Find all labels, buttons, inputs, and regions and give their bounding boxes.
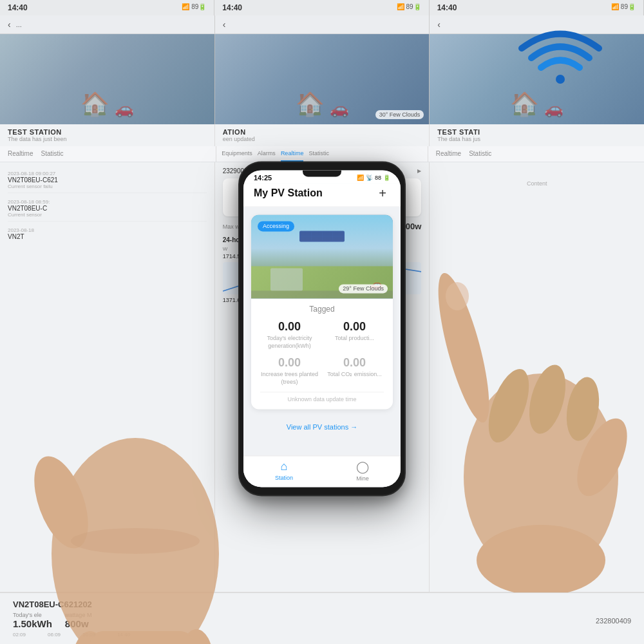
bg-tab-statistic-left[interactable]: Statistic [41,146,63,162]
bg-station-name-right: TEST STATI [437,128,636,136]
bg-station-img-center: 🏠 🚗 30° Few Clouds [215,34,430,124]
back-btn-left[interactable]: ‹ [8,19,11,30]
stat-item-electricity: 0.00 Today's electricitygeneration(kWh) [260,320,319,350]
bg-station-name-center: ATION [223,128,422,136]
bg-right-content: Content [430,162,644,592]
weather-badge: 29° Few Clouds [339,284,388,293]
bg-station-info-left: TEST STATION The data has just been [0,124,215,146]
bg-time-right: 14:40 [437,3,457,12]
station-tagged-label: Tagged [260,305,384,314]
update-time: Unknown data update time [260,392,384,402]
bg-weather-badge: 30° Few Clouds [375,110,424,119]
bg-tab-statistic-right[interactable]: Statistic [469,146,491,162]
phone-screen: 14:25 📶 📡 88 🔋 My PV Station + [243,170,401,487]
stat-production-label: Total producti... [325,335,384,343]
bg-alarm-list: 2023-08-18 09:00:27 VN2T08EU-C621 Curren… [0,162,215,592]
bg-panel-status-left: 14:40 📶 89🔋 [0,0,214,15]
phone-header-title: My PV Station [254,187,323,199]
bg-icons-left: 📶 89🔋 [182,3,206,12]
home-nav-icon: ⌂ [281,460,288,473]
stat-electricity-value: 0.00 [260,320,319,334]
bg-tab-equipments[interactable]: Equipments [222,146,252,162]
stat-co2-value: 0.00 [325,357,384,370]
phone-device: 14:25 📶 📡 88 🔋 My PV Station + [238,161,406,496]
phone-content: 🚗 Accessing 29° Few Clouds Tagged [243,207,401,459]
nav-item-mine[interactable]: ◯ Mine [356,460,369,482]
bg-station-desc-left: The data has just been [8,136,207,142]
bg-wattage-label: wattage M [65,612,92,618]
bg-icons-right: 📶 89🔋 [611,3,636,12]
stat-item-production: 0.00 Total producti... [325,320,384,350]
svg-point-0 [556,75,565,84]
bg-panel-status-right: 14:40 📶 89🔋 [430,0,644,15]
bg-tab-realtime-left[interactable]: Realtime [8,146,33,162]
signal-status-icon: 📡 [366,175,373,181]
bg-station-desc-center: een updated [223,136,422,142]
bg-wattage-value: 800w [65,618,92,629]
bg-status-bars: 14:40 📶 89🔋 14:40 📶 89🔋 14:40 📶 89🔋 [0,0,644,15]
bg-elec-value: 1.50kWh [13,618,52,629]
bg-station-info-center: ATION een updated [215,124,430,146]
battery-icon: 🔋 [383,175,390,181]
stat-item-co2: 0.00 Total CO₂ emission... [325,357,384,386]
stat-electricity-label: Today's electricitygeneration(kWh) [260,335,319,350]
bg-tab-statistic-center[interactable]: Statistic [308,146,329,162]
stat-trees-label: Increase trees planted(trees) [260,372,319,386]
station-card-body: Tagged 0.00 Today's electricitygeneratio… [251,298,393,409]
bg-icons-center: 📶 89🔋 [397,3,421,12]
stat-item-trees: 0.00 Increase trees planted(trees) [260,357,319,386]
bg-station-img-left: 🏠 🚗 [0,34,215,124]
stat-trees-value: 0.00 [260,357,319,370]
bg-time-center: 14:40 [222,3,242,12]
back-btn-right[interactable]: ‹ [437,19,440,30]
phone-status-icons: 📶 📡 88 🔋 [357,175,390,181]
solar-panels [299,231,345,243]
bg-bottom-bar: VN2T08EU-C621202 Today's ele 1.50kWh wat… [0,592,644,644]
phone-time: 14:25 [254,174,272,182]
bg-station-desc-right: The data has jus [437,136,636,142]
wifi-icon-overlay [515,26,605,93]
nav-item-station[interactable]: ⌂ Station [275,460,293,482]
wifi-status-icon: 📶 [357,175,364,181]
phone-container: 14:25 📶 📡 88 🔋 My PV Station + [238,161,406,496]
battery-status: 88 [375,175,381,181]
bg-tab-alarms[interactable]: Alarms [258,146,276,162]
add-station-button[interactable]: + [375,185,390,201]
nav-station-label: Station [275,475,293,481]
back-btn-center[interactable]: ‹ [223,19,226,30]
stats-grid: 0.00 Today's electricitygeneration(kWh) … [260,320,384,386]
bg-bottom-station-id: VN2T08EU-C621202 [13,600,631,609]
view-all-stations-link[interactable]: View all PV stations → [243,417,401,437]
bg-station-name-left: TEST STATION [8,128,207,136]
house-shape [270,268,303,290]
phone-header: My PV Station + [243,183,401,207]
bg-device-id: 232800409 [596,617,631,625]
bg-tab-realtime-right[interactable]: Realtime [436,146,461,162]
station-card-image: 🚗 Accessing 29° Few Clouds [251,214,393,298]
person-nav-icon: ◯ [356,460,369,474]
bg-tab-realtime-center[interactable]: Realtime [281,146,304,162]
nav-mine-label: Mine [356,475,369,482]
phone-bottom-nav: ⌂ Station ◯ Mine [243,455,401,487]
stat-production-value: 0.00 [325,320,384,334]
bg-station-info-right: TEST STATI The data has jus [430,124,644,146]
bg-time-left: 14:40 [8,3,28,12]
bg-panel-status-center: 14:40 📶 89🔋 [214,0,429,15]
station-card: 🚗 Accessing 29° Few Clouds Tagged [251,214,393,409]
accessing-badge: Accessing [258,221,294,231]
stat-co2-label: Total CO₂ emission... [325,372,384,379]
bg-elec-label: Today's ele [13,612,52,618]
wifi-icon-large [515,26,605,90]
